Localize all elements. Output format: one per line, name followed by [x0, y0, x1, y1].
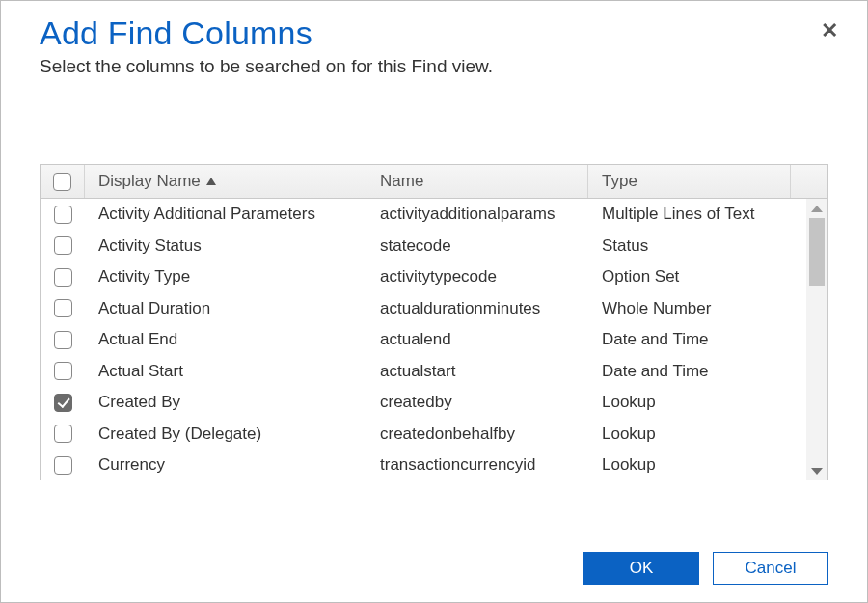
table-row[interactable]: Activity TypeactivitytypecodeOption Set	[41, 261, 806, 293]
scrollbar[interactable]	[806, 199, 827, 480]
row-name: actualstart	[366, 362, 588, 381]
select-all-checkbox[interactable]	[53, 173, 71, 191]
close-icon[interactable]: ✕	[821, 20, 838, 41]
row-type: Whole Number	[588, 299, 791, 318]
row-name: activityadditionalparams	[366, 205, 588, 224]
header-spacer	[791, 165, 827, 198]
ok-button[interactable]: OK	[583, 552, 699, 585]
header-select-all[interactable]	[41, 165, 85, 198]
table-row[interactable]: Actual DurationactualdurationminutesWhol…	[41, 293, 806, 325]
row-type: Date and Time	[588, 330, 791, 349]
row-name: actualdurationminutes	[366, 299, 588, 318]
scroll-thumb[interactable]	[809, 218, 825, 286]
row-type: Lookup	[588, 455, 791, 475]
chevron-up-icon	[811, 206, 823, 212]
row-check-cell	[41, 425, 85, 443]
row-check-cell	[41, 206, 85, 224]
row-type: Lookup	[588, 425, 791, 444]
row-checkbox[interactable]	[54, 425, 72, 443]
row-display-name: Created By (Delegate)	[85, 425, 366, 444]
row-display-name: Created By	[85, 393, 366, 412]
cancel-button[interactable]: Cancel	[713, 552, 828, 585]
columns-table: Display Name Name Type Activity Addition…	[40, 164, 828, 480]
row-check-cell	[41, 268, 85, 287]
row-checkbox[interactable]	[54, 268, 72, 287]
row-display-name: Activity Type	[85, 267, 366, 287]
header-display-name-label: Display Name	[98, 172, 201, 191]
row-display-name: Actual End	[85, 330, 366, 349]
row-checkbox[interactable]	[54, 236, 72, 255]
header-name-label: Name	[380, 172, 423, 191]
button-bar: OK Cancel	[583, 552, 828, 585]
row-check-cell	[41, 331, 85, 349]
row-check-cell	[41, 236, 85, 255]
row-checkbox[interactable]	[54, 206, 72, 224]
row-name: createdonbehalfby	[366, 425, 588, 444]
row-type: Lookup	[588, 393, 791, 412]
table-row[interactable]: Actual EndactualendDate and Time	[41, 324, 806, 356]
chevron-down-icon	[811, 468, 823, 475]
row-display-name: Activity Additional Parameters	[85, 205, 366, 224]
header-name[interactable]: Name	[366, 165, 588, 198]
header-display-name[interactable]: Display Name	[85, 165, 366, 198]
header-type[interactable]: Type	[588, 165, 791, 198]
row-display-name: Actual Duration	[85, 299, 366, 318]
row-check-cell	[41, 299, 85, 317]
row-display-name: Activity Status	[85, 236, 366, 256]
row-checkbox[interactable]	[54, 456, 72, 475]
row-display-name: Actual Start	[85, 362, 366, 381]
dialog-title: Add Find Columns	[40, 14, 312, 52]
row-checkbox[interactable]	[54, 394, 72, 412]
row-checkbox[interactable]	[54, 362, 72, 380]
dialog-subtitle: Select the columns to be searched on for…	[40, 56, 828, 77]
table-row[interactable]: Actual StartactualstartDate and Time	[41, 356, 806, 388]
sort-asc-icon	[206, 178, 216, 185]
row-checkbox[interactable]	[54, 299, 72, 317]
row-name: statecode	[366, 236, 588, 256]
row-display-name: Currency	[85, 455, 366, 475]
header-type-label: Type	[602, 172, 637, 191]
row-name: activitytypecode	[366, 267, 588, 287]
row-check-cell	[41, 456, 85, 475]
row-name: actualend	[366, 330, 588, 349]
row-name: transactioncurrencyid	[366, 455, 588, 475]
row-type: Date and Time	[588, 362, 791, 381]
scroll-up-button[interactable]	[806, 199, 827, 218]
table-row[interactable]: CurrencytransactioncurrencyidLookup	[41, 450, 806, 480]
row-check-cell	[41, 394, 85, 412]
table-header-row: Display Name Name Type	[41, 165, 827, 199]
table-body: Activity Additional Parametersactivityad…	[41, 199, 806, 480]
row-type: Status	[588, 236, 791, 256]
table-row[interactable]: Created By (Delegate)createdonbehalfbyLo…	[41, 419, 806, 451]
dialog: Add Find Columns ✕ Select the columns to…	[0, 0, 868, 603]
scroll-track[interactable]	[806, 218, 827, 461]
row-checkbox[interactable]	[54, 331, 72, 349]
table-row[interactable]: Activity StatusstatecodeStatus	[41, 231, 806, 262]
row-check-cell	[41, 362, 85, 380]
row-name: createdby	[366, 393, 588, 412]
table-row[interactable]: Created BycreatedbyLookup	[41, 387, 806, 419]
scroll-down-button[interactable]	[806, 461, 827, 480]
row-type: Multiple Lines of Text	[588, 205, 791, 224]
row-type: Option Set	[588, 267, 791, 287]
table-row[interactable]: Activity Additional Parametersactivityad…	[41, 199, 806, 231]
